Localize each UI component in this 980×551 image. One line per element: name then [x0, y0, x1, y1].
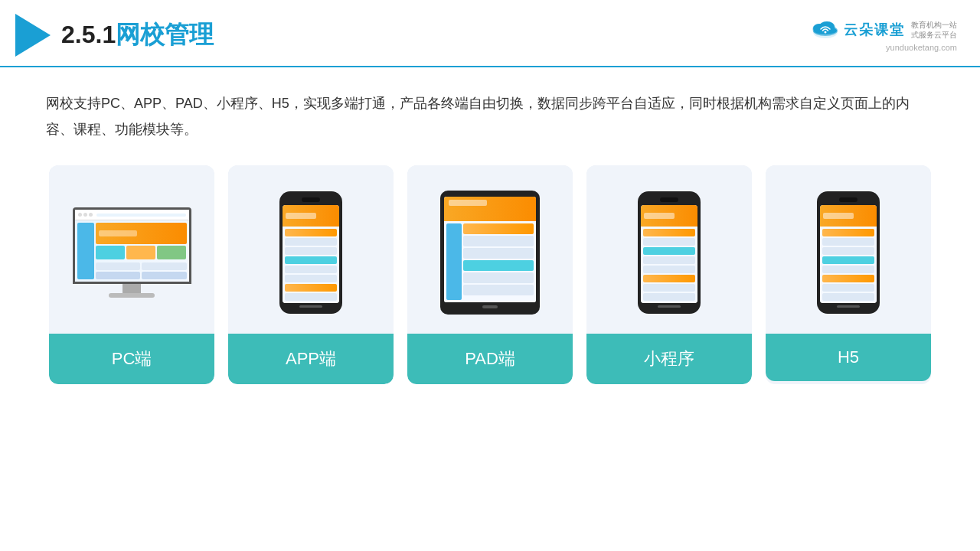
card-miniapp: 小程序: [586, 165, 752, 384]
header: 2.5.1网校管理 云朵课堂 教育机构一站式服务云平台 yunduoketang…: [0, 0, 980, 67]
page-title: 2.5.1网校管理: [61, 18, 214, 52]
logo-name: 云朵课堂: [844, 21, 905, 39]
svg-point-7: [825, 31, 827, 34]
card-miniapp-image: [586, 165, 752, 334]
card-pad-image: [407, 165, 573, 334]
header-left: 2.5.1网校管理: [15, 14, 214, 57]
pad-tablet: [440, 191, 540, 315]
main-content: 网校支持PC、APP、PAD、小程序、H5，实现多端打通，产品各终端自由切换，数…: [0, 67, 980, 399]
cards-row: PC端: [46, 165, 934, 384]
play-icon: [15, 14, 51, 57]
card-app-image: [228, 165, 394, 334]
app-phone: [277, 191, 345, 314]
card-pc-image: [49, 165, 214, 334]
description-text: 网校支持PC、APP、PAD、小程序、H5，实现多端打通，产品各终端自由切换，数…: [46, 90, 934, 142]
card-h5: H5: [766, 165, 931, 384]
card-pc: PC端: [49, 165, 214, 384]
logo-url: yunduoketang.com: [886, 43, 957, 52]
card-h5-label: H5: [766, 334, 931, 381]
card-h5-image: [766, 165, 931, 334]
card-pad: PAD端: [407, 165, 573, 384]
card-pad-label: PAD端: [407, 334, 573, 384]
logo-area: 云朵课堂 教育机构一站式服务云平台 yunduoketang.com: [810, 18, 957, 52]
card-app-label: APP端: [228, 334, 394, 384]
card-miniapp-label: 小程序: [586, 334, 752, 384]
h5-phone: [815, 191, 882, 314]
monitor-screen: [73, 207, 191, 284]
logo-row: 云朵课堂 教育机构一站式服务云平台: [810, 18, 957, 41]
card-app: APP端: [228, 165, 394, 384]
cloud-logo-icon: [810, 18, 841, 41]
logo-tagline: 教育机构一站式服务云平台: [911, 20, 957, 40]
miniapp-phone: [635, 191, 703, 314]
card-pc-label: PC端: [49, 334, 214, 384]
pc-monitor: [73, 207, 191, 298]
